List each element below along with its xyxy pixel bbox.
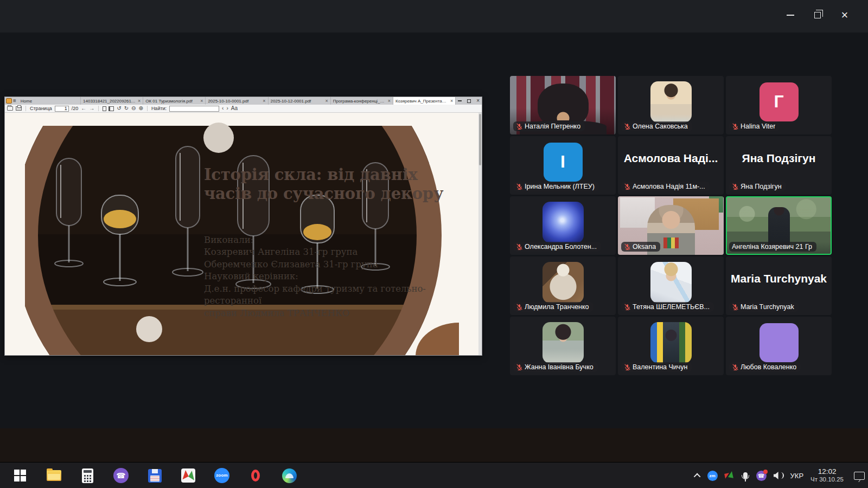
taskbar-save-icon[interactable] — [138, 463, 171, 488]
tray-zoom-icon[interactable]: zm — [707, 471, 718, 481]
tab-close-icon[interactable]: × — [138, 99, 141, 104]
taskbar-viber-icon[interactable]: ☎ — [104, 463, 138, 488]
zoom-in-icon[interactable]: ⊕ — [138, 106, 143, 111]
participant-name-label: Наталія Петренко — [513, 121, 585, 131]
participant-tile[interactable]: Людмила Транченко — [510, 256, 616, 315]
participant-name-text: Жанна Іванівна Бучко — [525, 363, 593, 371]
meeting-control-strip — [0, 428, 868, 462]
participant-tile[interactable]: Maria Turchynyak Maria Turchynyak — [726, 256, 832, 315]
taskbar-zoom-icon[interactable]: zoom — [205, 463, 239, 488]
participant-tile[interactable]: Любов Коваленко — [726, 317, 832, 375]
participant-name-label: Людмила Транченко — [513, 302, 593, 312]
open-file-icon[interactable] — [7, 106, 13, 111]
page-forward-icon[interactable]: → — [89, 106, 94, 111]
taskbar-calculator-icon[interactable] — [71, 463, 104, 488]
system-tray: zm ☎ УКР 12:02 Чт 30.10.25 — [695, 463, 865, 488]
shared-screen-area: ≡ Home1403318421_202209261136_vytyagpdf×… — [0, 33, 868, 428]
minimize-icon — [787, 15, 794, 16]
pdf-tab-bar: ≡ Home1403318421_202209261136_vytyagpdf×… — [5, 97, 482, 105]
participant-display-name: Maria Turchynyak — [726, 272, 832, 285]
participant-tile[interactable]: Наталія Петренко — [510, 76, 616, 134]
restore-icon — [814, 12, 821, 18]
tray-viber-icon[interactable]: ☎ — [756, 471, 767, 481]
pdf-restore-icon[interactable] — [467, 99, 471, 103]
slide-body: Виконали:Козяревич Ангеліна 31-гр групаО… — [204, 234, 463, 319]
page-number-input[interactable] — [55, 106, 69, 112]
participant-tile[interactable]: Олена Саковська — [618, 76, 724, 134]
muted-mic-icon — [516, 364, 523, 371]
muted-mic-icon — [516, 304, 523, 311]
close-button[interactable]: × — [831, 3, 858, 28]
participant-tile[interactable]: Жанна Іванівна Бучко — [510, 317, 616, 375]
participant-name-text: Людмила Транченко — [525, 303, 589, 311]
tray-speaker-icon[interactable] — [774, 472, 783, 479]
match-case-toggle[interactable]: Aa — [231, 106, 238, 111]
viber-icon-glyph: ☎ — [113, 468, 129, 483]
participant-tile[interactable]: Яна Подзігун Яна Подзігун — [726, 136, 832, 195]
tray-microphone-icon[interactable] — [743, 472, 748, 479]
taskbar-start-icon[interactable] — [3, 463, 37, 488]
taskbar-pdf-reader-icon[interactable] — [171, 463, 205, 488]
restore-button[interactable] — [804, 3, 831, 28]
participant-tile[interactable]: Валентина Чичун — [618, 317, 724, 375]
rotate-cw-icon[interactable]: ↻ — [124, 106, 129, 111]
menu-hamburger-icon[interactable]: ≡ — [13, 97, 16, 105]
pdf-scrollbar-thumb[interactable] — [479, 114, 481, 165]
page-back-icon[interactable]: ← — [81, 106, 86, 111]
print-icon[interactable] — [16, 106, 22, 111]
zoom-out-icon[interactable]: ⊖ — [131, 106, 136, 111]
windows-taskbar: ☎zoom zm ☎ УКР 12:02 Чт 30.10.25 — [0, 462, 868, 488]
pdf-tab[interactable]: 2025-10-10-0001.pdf× — [206, 97, 268, 105]
muted-mic-icon — [624, 243, 631, 251]
explorer-icon-glyph — [47, 470, 61, 481]
single-page-icon[interactable] — [103, 106, 106, 111]
participant-tile[interactable]: І Ірина Мельник (ЛТЕУ) — [510, 136, 616, 195]
participant-tile[interactable]: Тетяна ШЕЛЕМЕТЬЄВ... — [618, 256, 724, 315]
pdf-toolbar: Страница /20 ← → ↺ ↻ ⊖ ⊕ Найти: ‹ › Aa — [5, 105, 482, 113]
language-indicator[interactable]: УКР — [790, 472, 804, 480]
tab-close-icon[interactable]: × — [263, 99, 265, 104]
participant-tile[interactable]: Г Halina Viter — [726, 76, 832, 134]
pdf-page-area: Історія скла: від давніх часів до сучасн… — [5, 113, 482, 355]
slide-body-line: Оберемченко Єлизавета 31-гр група — [204, 259, 463, 271]
participant-tile[interactable]: Oksana — [618, 196, 724, 255]
pdf-tab[interactable]: ОК 01 Туризмологія.pdf× — [143, 97, 206, 105]
rotate-ccw-icon[interactable]: ↺ — [117, 106, 121, 111]
slide-body-line: Виконали: — [204, 234, 463, 246]
pdf-scrollbar[interactable] — [478, 113, 482, 355]
tab-close-icon[interactable]: × — [326, 99, 328, 104]
participant-name-label: Валентина Чичун — [621, 362, 692, 372]
taskbar-clock[interactable]: 12:02 Чт 30.10.25 — [810, 467, 844, 484]
pdf-tab-label: Козяревич А_Презентація.pdf — [395, 99, 449, 104]
taskbar-explorer-icon[interactable] — [37, 463, 71, 488]
participant-tile[interactable]: Асмолова Наді... Асмолова Надія 11м-... — [618, 136, 724, 195]
tab-close-icon[interactable]: × — [200, 99, 203, 104]
find-previous-icon[interactable]: ‹ — [222, 106, 224, 111]
find-input[interactable] — [169, 106, 219, 112]
pdf-viewer-window: ≡ Home1403318421_202209261136_vytyagpdf×… — [4, 97, 482, 356]
participant-tile[interactable]: Олександра Болотен... — [510, 196, 616, 255]
tray-chevron-up-icon[interactable] — [693, 473, 700, 480]
participant-name-label: Яна Подзігун — [729, 182, 786, 191]
tab-close-icon[interactable]: × — [388, 99, 391, 104]
continuous-page-icon[interactable] — [108, 106, 114, 111]
pdf-minimize-icon[interactable] — [458, 100, 462, 101]
muted-mic-icon — [624, 304, 631, 311]
zoom-icon-glyph: zoom — [214, 468, 229, 483]
participant-name-text: Любов Коваленко — [741, 363, 796, 371]
tray-updates-icon[interactable] — [725, 471, 735, 480]
pdf-tab[interactable]: Home — [18, 97, 81, 105]
minimize-button[interactable] — [777, 3, 804, 28]
pdf-tab[interactable]: Програма-конференці_УНУ_туризм_...× — [331, 97, 393, 105]
notification-center-icon[interactable] — [854, 472, 865, 480]
taskbar-edge-icon[interactable] — [272, 463, 306, 488]
pdf-tab[interactable]: Козяревич А_Презентація.pdf× — [393, 97, 456, 105]
pdf-tab[interactable]: 2025-10-12-0001.pdf× — [269, 97, 331, 105]
pdf-close-icon[interactable]: × — [476, 98, 480, 104]
find-next-icon[interactable]: › — [226, 106, 228, 111]
pdf-tab-label: Home — [21, 99, 78, 104]
tab-close-icon[interactable]: × — [450, 99, 453, 104]
taskbar-opera-icon[interactable] — [239, 463, 272, 488]
pdf-tab[interactable]: 1403318421_202209261136_vytyagpdf× — [81, 97, 143, 105]
participant-tile[interactable]: Ангеліна Козяревич 21 Гр — [726, 196, 832, 255]
